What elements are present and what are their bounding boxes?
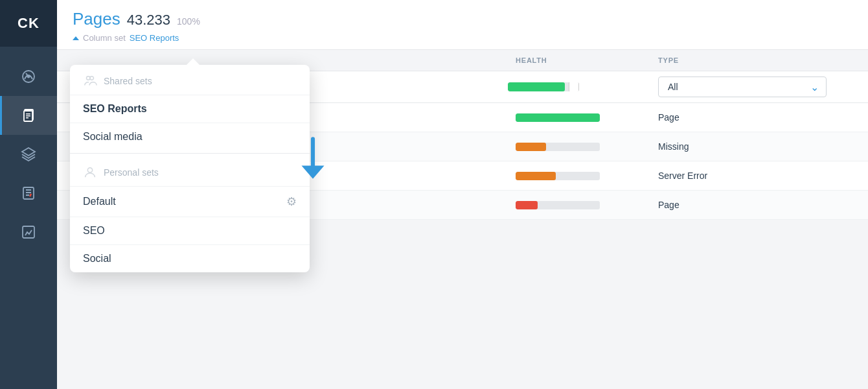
health-bar xyxy=(516,143,600,151)
dropdown-item-social[interactable]: Social xyxy=(70,244,310,272)
svg-rect-12 xyxy=(23,226,34,238)
dropdown-item-label: Social media xyxy=(83,131,143,143)
health-bar xyxy=(516,172,600,180)
row-type: Missing xyxy=(658,141,852,152)
header: Pages 43.233 100% Column set SEO Reports xyxy=(57,0,868,50)
dropdown-item-seo[interactable]: SEO xyxy=(70,217,310,244)
shared-sets-label: Shared sets xyxy=(104,76,152,86)
svg-marker-10 xyxy=(22,148,35,156)
col-spacer xyxy=(73,56,516,64)
dropdown-item-seo-reports[interactable]: SEO Reports xyxy=(70,95,310,123)
col-type-header: TYPE xyxy=(658,56,852,64)
health-fill xyxy=(516,113,600,122)
header-column-set[interactable]: Column set SEO Reports xyxy=(73,33,852,49)
health-fill xyxy=(516,172,556,180)
health-thumb[interactable] xyxy=(569,82,579,91)
row-type: Server Error xyxy=(658,171,852,181)
layers-icon xyxy=(21,147,36,162)
sidebar-item-analytics[interactable] xyxy=(0,213,57,252)
dropdown-item-label: SEO xyxy=(83,225,105,237)
health-bar-fill xyxy=(508,82,565,91)
health-bar xyxy=(516,113,600,122)
chevron-up-icon xyxy=(73,36,79,40)
svg-marker-17 xyxy=(302,166,325,179)
health-fill xyxy=(516,201,538,209)
row-type: Page xyxy=(658,200,852,210)
dropdown-item-label: Social xyxy=(83,253,111,265)
row-health xyxy=(516,113,658,122)
sidebar-logo: CK xyxy=(0,0,57,47)
dropdown-item-social-media[interactable]: Social media xyxy=(70,123,310,150)
health-bar xyxy=(516,201,600,209)
blue-arrow-svg xyxy=(297,136,329,182)
svg-point-13 xyxy=(87,77,91,80)
dropdown-item-label: SEO Reports xyxy=(83,103,147,115)
logo-text: CK xyxy=(17,15,40,32)
sidebar-item-layers[interactable] xyxy=(0,135,57,174)
health-bar-filter xyxy=(508,82,579,91)
personal-sets-header: Personal sets xyxy=(70,156,310,186)
report-icon xyxy=(21,185,36,201)
header-count: 43.233 xyxy=(127,12,170,29)
dropdown-item-default[interactable]: Default ⚙ xyxy=(70,186,310,217)
personal-sets-label: Personal sets xyxy=(104,167,159,178)
svg-point-15 xyxy=(87,168,92,172)
row-type: Page xyxy=(658,112,852,123)
sidebar-item-pages[interactable] xyxy=(0,96,57,135)
main-content: Pages 43.233 100% Column set SEO Reports… xyxy=(57,0,868,389)
personal-icon xyxy=(83,165,97,180)
column-set-dropdown: Shared sets SEO Reports Social media Per… xyxy=(70,65,310,272)
row-health xyxy=(516,143,658,151)
header-percent: 100% xyxy=(177,16,200,27)
health-filter[interactable] xyxy=(508,82,650,91)
dropdown-divider xyxy=(70,153,310,154)
dropdown-item-label: Default xyxy=(83,196,116,207)
row-health xyxy=(516,172,658,180)
sidebar: CK xyxy=(0,0,57,389)
sidebar-nav xyxy=(0,47,57,252)
document-icon xyxy=(22,108,38,123)
col-set-name: SEO Reports xyxy=(130,33,179,43)
blue-arrow-indicator xyxy=(297,136,329,184)
svg-rect-8 xyxy=(26,115,30,117)
header-top: Pages 43.233 100% xyxy=(73,9,852,29)
gauge-icon xyxy=(21,69,36,84)
col-health-header: HEALTH xyxy=(516,56,658,64)
analytics-icon xyxy=(21,224,36,240)
type-select-wrapper: All Page Missing Server Error ⌄ xyxy=(658,77,827,97)
svg-point-14 xyxy=(90,77,94,80)
dropdown-caret xyxy=(187,58,200,65)
svg-rect-9 xyxy=(26,117,29,119)
svg-rect-7 xyxy=(26,113,30,115)
col-set-label: Column set xyxy=(83,33,126,43)
health-fill xyxy=(516,143,546,151)
row-health xyxy=(516,201,658,209)
type-select[interactable]: All Page Missing Server Error xyxy=(658,77,827,97)
shared-sets-header: Shared sets xyxy=(70,65,310,95)
sidebar-item-report[interactable] xyxy=(0,174,57,213)
header-pages-label: Pages xyxy=(73,9,120,29)
svg-rect-11 xyxy=(23,187,34,199)
shared-icon xyxy=(83,74,97,88)
gear-icon[interactable]: ⚙ xyxy=(286,194,297,209)
sidebar-item-dashboard[interactable] xyxy=(0,57,57,96)
